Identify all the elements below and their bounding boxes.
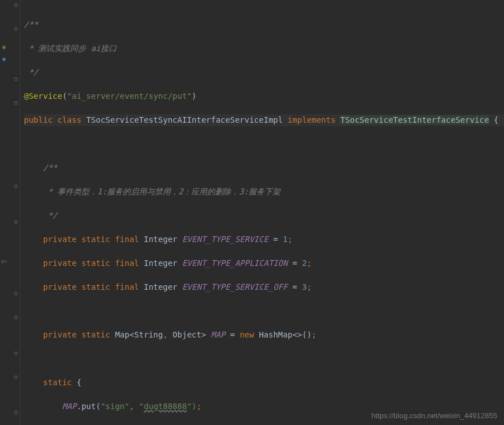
keyword: public class <box>24 115 81 124</box>
field-ref: MAP <box>62 402 76 411</box>
ctor: HashMap<>() <box>259 330 312 339</box>
fold-toggle[interactable]: ⊟ <box>13 315 19 320</box>
string-literal: "sign" <box>101 402 130 411</box>
comment-line: */ <box>24 68 38 77</box>
type: Integer <box>144 282 177 291</box>
watermark-text: https://blog.csdn.net/weixin_44912855 <box>371 410 497 422</box>
string-literal: " <box>139 402 143 411</box>
code-editor: ⊟ ⊟ ◉ ◉ ⊟ ⊟ ⊟ ⊟ o↑ ⊟ ⊟ ⊟ ⊟ ⊟ /** * 测试实践同… <box>0 0 504 425</box>
field-name: EVENT_TYPE_SERVICE <box>182 235 268 244</box>
annotation: @Service <box>24 91 62 101</box>
class-name: TSocServiceTestSyncAIInterfaceServiceImp… <box>86 115 283 124</box>
gutter-implements-icon[interactable]: ◉ <box>2 53 9 60</box>
semicolon: ; <box>307 259 311 268</box>
punct: ) <box>192 91 196 101</box>
fold-toggle[interactable]: ⊟ <box>13 76 19 82</box>
semicolon: ; <box>288 235 292 244</box>
punct: ( <box>62 91 67 101</box>
comma: , <box>163 330 167 339</box>
gutter-override-icon[interactable]: o↑ <box>1 256 8 262</box>
semicolon: ; <box>307 282 311 291</box>
comment-line: */ <box>43 211 57 220</box>
number: 1 <box>283 235 287 244</box>
eq: = <box>273 235 278 244</box>
method-call: .put( <box>77 402 101 411</box>
eq: = <box>292 282 297 291</box>
comment-line: /** <box>24 20 38 29</box>
fold-toggle[interactable]: ⊟ <box>13 219 19 225</box>
brace: { <box>77 378 81 387</box>
comma: , <box>129 402 134 411</box>
keyword: private static final <box>43 259 139 268</box>
keyword: new <box>239 330 254 339</box>
field-name: EVENT_TYPE_APPLICATION <box>182 259 287 268</box>
field-name: EVENT_TYPE_SERVICE_OFF <box>182 282 287 291</box>
fold-toggle[interactable]: ⊟ <box>13 2 19 8</box>
semicolon: ; <box>197 402 201 411</box>
eq: = <box>230 330 235 339</box>
typo-string: dugt88888 <box>144 402 187 411</box>
comment-line: * 测试实践同步 ai接口 <box>24 44 117 53</box>
interface-name: TSocServiceTestInterfaceService <box>340 115 489 124</box>
fold-toggle[interactable]: ⊟ <box>13 291 19 297</box>
string-literal: "ai_server/event/sync/put" <box>67 91 192 101</box>
type: Map<String <box>115 330 163 339</box>
editor-gutter: ⊟ ⊟ ◉ ◉ ⊟ ⊟ ⊟ ⊟ o↑ ⊟ ⊟ ⊟ ⊟ ⊟ <box>0 0 20 425</box>
string-literal: ") <box>187 402 197 411</box>
field-name: MAP <box>211 330 225 339</box>
comment-line: * 事件类型，1:服务的启用与禁用，2：应用的删除，3:服务下架 <box>43 187 280 196</box>
type: Object> <box>172 330 206 339</box>
keyword: private static final <box>43 282 139 291</box>
gutter-icon: ◉ <box>2 41 9 48</box>
keyword: static <box>43 378 72 387</box>
keyword: implements <box>288 115 336 124</box>
eq: = <box>292 259 297 268</box>
code-content[interactable]: /** * 测试实践同步 ai接口 */ @Service("ai_server… <box>20 0 504 425</box>
type: Integer <box>144 259 177 268</box>
semicolon: ; <box>312 330 316 339</box>
fold-toggle[interactable]: ⊟ <box>13 410 19 415</box>
fold-toggle[interactable]: ⊟ <box>13 184 19 189</box>
punct: { <box>494 115 498 124</box>
fold-toggle[interactable]: ⊟ <box>13 351 19 356</box>
fold-toggle[interactable]: ⊟ <box>13 100 19 106</box>
keyword: private static final <box>43 235 139 244</box>
keyword: private static <box>43 330 110 339</box>
fold-toggle[interactable]: ⊟ <box>13 374 19 380</box>
comment-line: /** <box>43 163 57 172</box>
fold-toggle[interactable]: ⊟ <box>13 26 19 32</box>
type: Integer <box>144 235 177 244</box>
